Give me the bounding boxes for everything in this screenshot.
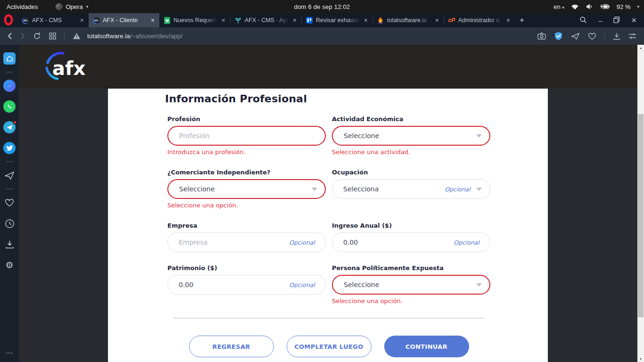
field-label: Empresa — [167, 222, 326, 229]
app-menu[interactable]: Opera ▾ — [56, 3, 88, 10]
tab-nuevos-requerimientos[interactable]: Nuevos Requerim × — [159, 13, 230, 27]
messenger-icon — [3, 80, 16, 92]
field-patrimonio: Patrimonio ($) Opcional — [167, 264, 326, 305]
trello-favicon — [305, 16, 313, 24]
site-warning-icon[interactable] — [73, 33, 81, 40]
form-divider — [173, 318, 484, 319]
tab-close-icon[interactable]: × — [221, 17, 226, 24]
scroll-up-arrow[interactable]: ▲ — [637, 46, 644, 49]
completar-luego-button[interactable]: COMPLETAR LUEGO — [287, 336, 372, 357]
snapshot-camera-icon[interactable] — [537, 33, 546, 40]
continuar-button[interactable]: CONTINUAR — [384, 336, 469, 357]
input-language-menu[interactable]: en ▾ — [553, 3, 564, 10]
empresa-input[interactable] — [167, 232, 326, 252]
field-label: Ingreso Anual ($) — [332, 222, 490, 229]
field-empresa: Empresa Opcional — [167, 222, 326, 252]
vpn-shield-badge-icon[interactable] — [554, 32, 563, 41]
app-header: afx — [19, 45, 637, 89]
divider — [604, 33, 605, 40]
chevron-down-icon — [312, 188, 317, 191]
downloads-icon[interactable] — [613, 33, 620, 40]
tab-close-icon[interactable]: × — [79, 17, 85, 24]
regresar-button[interactable]: REGRESAR — [189, 336, 274, 357]
browser-tab-bar: afx AFX - CMS × afx AFX - Cliente × Nuev… — [0, 13, 644, 27]
new-tab-button[interactable]: + — [520, 16, 524, 25]
twitter-icon — [3, 142, 16, 154]
browser-viewport: ⚙ ⋯ — [0, 45, 644, 362]
gear-icon: ⚙ — [5, 261, 13, 270]
whatsapp-button[interactable] — [3, 100, 16, 113]
page-title: Información Profesional — [165, 93, 490, 105]
bookmarks-heart-button[interactable] — [3, 197, 16, 209]
tab-close-icon[interactable]: × — [292, 17, 297, 24]
comerciante-independiente-select[interactable]: Seleccione — [167, 179, 326, 199]
clock[interactable]: dom 6 de sep 12:02 — [294, 3, 350, 10]
afx-logo[interactable]: afx — [37, 50, 93, 83]
screen: Actividades Opera ▾ dom 6 de sep 12:02 e… — [0, 0, 644, 362]
bookmark-heart-icon[interactable] — [588, 33, 596, 40]
field-error: Seleccione una opción. — [332, 297, 490, 305]
field-error: Seleccione una actividad. — [332, 148, 490, 156]
page-scrollbar[interactable]: ▲ ▼ — [637, 45, 644, 362]
history-clock-button[interactable] — [3, 217, 16, 230]
reload-button[interactable] — [33, 32, 41, 40]
tab-close-icon[interactable]: × — [505, 17, 511, 24]
tab-totalsoftware[interactable]: totalsoftware.la × — [373, 13, 444, 27]
divider — [6, 72, 13, 73]
easy-setup-sliders-icon[interactable] — [628, 33, 636, 40]
ingreso-anual-input[interactable] — [332, 232, 490, 252]
url-field[interactable]: totalsoftware.la/~afxuser/dev/app/ — [87, 33, 182, 40]
search-icon[interactable] — [579, 16, 587, 25]
tab-revisar-exhaustivamente[interactable]: Revisar exhausti × — [302, 13, 372, 27]
optional-tag: Opcional — [445, 186, 471, 193]
tab-afx-cms-apia[interactable]: AFX - CMS · Apia × — [231, 13, 301, 27]
ocupacion-select[interactable]: Selecciona Opcional — [332, 179, 490, 199]
battery-icon[interactable] — [600, 4, 610, 9]
home-icon — [3, 52, 16, 65]
twitter-button[interactable] — [3, 142, 16, 154]
forward-button[interactable] — [20, 33, 25, 40]
tiles-icon[interactable] — [49, 33, 56, 40]
tab-close-icon[interactable]: × — [150, 17, 156, 24]
downloads-sidebar-button[interactable] — [3, 238, 16, 250]
activities-button[interactable]: Actividades — [7, 3, 38, 10]
system-menu-caret-icon[interactable]: ▾ — [637, 4, 639, 9]
speed-dial-button[interactable] — [3, 52, 16, 65]
wifi-icon[interactable] — [571, 4, 579, 10]
tab-administrador[interactable]: cP Administrador d × — [444, 13, 515, 27]
tab-close-icon[interactable]: × — [363, 17, 369, 24]
web-page: afx Información Profesional Profesión — [19, 45, 637, 362]
persona-politicamente-expuesta-select[interactable]: Seleccione — [332, 275, 490, 295]
scroll-down-arrow[interactable]: ▼ — [637, 357, 644, 361]
settings-gear-button[interactable]: ⚙ — [3, 259, 16, 271]
actividad-economica-select[interactable]: Seleccione — [332, 126, 490, 146]
form-card: Información Profesional Profesión Introd… — [108, 89, 548, 362]
telegram-button[interactable] — [3, 121, 16, 133]
back-button[interactable] — [8, 33, 12, 40]
minimize-window-button[interactable]: – — [598, 16, 602, 25]
my-flow-icon[interactable] — [571, 33, 580, 40]
app-body: Información Profesional Profesión Introd… — [19, 89, 637, 362]
profesion-input[interactable] — [167, 126, 326, 146]
volume-icon[interactable] — [586, 3, 593, 10]
tab-afx-cms[interactable]: afx AFX - CMS × — [18, 13, 89, 27]
maximize-window-button[interactable] — [613, 16, 620, 25]
field-label: Profesión — [167, 115, 326, 123]
scrollbar-thumb[interactable] — [638, 114, 644, 317]
field-label: ¿Comerciante Independiente? — [167, 169, 326, 176]
close-window-button[interactable]: × — [631, 16, 636, 25]
divider — [64, 33, 65, 40]
divider — [6, 189, 13, 189]
field-comerciante-independiente: ¿Comerciante Independiente? Seleccione S… — [167, 169, 326, 210]
opera-logo-icon[interactable] — [3, 14, 14, 27]
my-flow-sidebar-button[interactable] — [3, 169, 16, 181]
field-profesion: Profesión Introduzca una profesión. — [167, 115, 326, 156]
tab-close-icon[interactable]: × — [434, 17, 440, 24]
chevron-down-icon — [476, 283, 482, 287]
messenger-button[interactable] — [3, 80, 16, 92]
afx-favicon: afx — [22, 16, 29, 24]
patrimonio-input[interactable] — [167, 275, 326, 295]
caret-down-icon: ▾ — [86, 4, 89, 9]
sidebar-more-button[interactable]: ⋯ — [6, 349, 14, 357]
tab-afx-cliente-active[interactable]: afx AFX - Cliente × — [89, 13, 159, 27]
